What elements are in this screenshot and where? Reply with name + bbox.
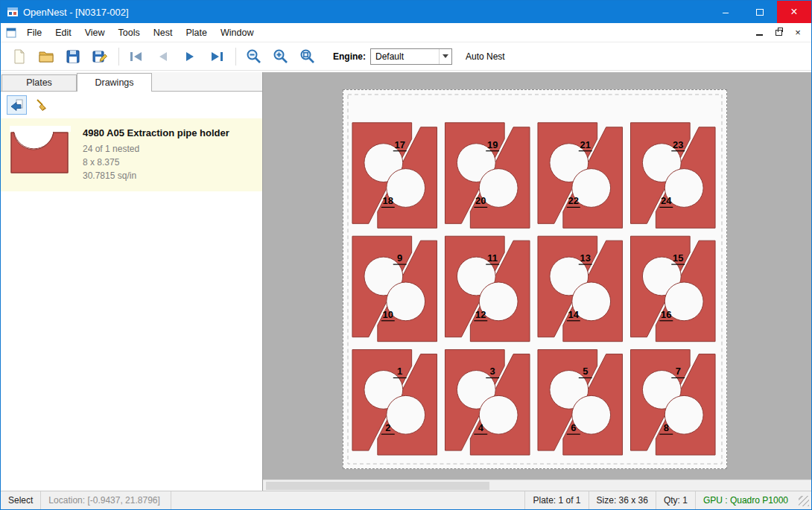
drawing-dimensions: 8 x 8.375	[83, 156, 229, 169]
zoom-in-icon	[273, 48, 288, 64]
save-button[interactable]	[62, 45, 84, 68]
nested-pair[interactable]: 78	[630, 350, 715, 455]
part-number: 6	[571, 422, 576, 433]
menu-view[interactable]: View	[78, 23, 112, 42]
toolbar-separator	[118, 48, 119, 66]
drawing-area: 30.7815 sq/in	[83, 169, 229, 182]
pipe-notch	[387, 395, 425, 434]
part-number: 17	[395, 139, 405, 150]
part-number: 9	[397, 252, 402, 264]
first-plate-button[interactable]	[125, 45, 148, 68]
nested-pair[interactable]: 2122	[538, 123, 623, 228]
nested-pair[interactable]: 34	[445, 350, 530, 455]
part-number: 7	[676, 366, 681, 377]
tab-drawings[interactable]: Drawings	[77, 73, 152, 92]
part-number: 13	[580, 252, 591, 264]
child-close-button[interactable]: ×	[789, 25, 807, 40]
pipe-notch	[572, 395, 611, 434]
open-button[interactable]	[35, 45, 57, 68]
menu-tools[interactable]: Tools	[112, 23, 147, 42]
app-icon	[7, 6, 19, 18]
resize-grip[interactable]	[799, 496, 809, 506]
auto-nest-label[interactable]: Auto Nest	[466, 51, 505, 62]
engine-dropdown-button[interactable]	[439, 49, 451, 64]
nested-pair[interactable]: 1718	[352, 123, 437, 228]
menubar: File Edit View Tools Nest Plate Window ×	[1, 23, 811, 42]
part-number: 20	[475, 195, 486, 206]
window-maximize-button[interactable]	[743, 1, 777, 23]
blue-arrow-icon	[10, 98, 24, 112]
zoom-out-button[interactable]	[242, 45, 264, 68]
menu-edit[interactable]: Edit	[48, 23, 78, 42]
part-number: 23	[673, 139, 683, 150]
part-number: 19	[487, 139, 498, 150]
drawings-toolbar	[1, 92, 262, 118]
new-document-icon	[11, 48, 28, 65]
minimize-icon	[756, 34, 763, 36]
gpu-status: GPU : Quadro P1000	[695, 491, 796, 509]
previous-arrow-icon	[156, 51, 170, 62]
plate[interactable]: 171819202122232491011121314151612345678	[343, 89, 727, 469]
nested-pair[interactable]: 2324	[630, 123, 715, 228]
zoom-in-button[interactable]	[269, 45, 291, 68]
new-button[interactable]	[8, 45, 31, 68]
part-number: 11	[487, 252, 498, 264]
nested-pair[interactable]: 1516	[630, 236, 715, 341]
drawing-title: 4980 A05 Extraction pipe holder	[83, 127, 229, 138]
nested-pair[interactable]: 12	[352, 350, 437, 455]
menu-file[interactable]: File	[20, 23, 48, 42]
last-plate-button[interactable]	[206, 45, 228, 68]
part-number: 21	[580, 139, 591, 150]
scrollbar-thumb[interactable]	[266, 482, 489, 490]
part-number: 1	[397, 366, 402, 377]
part-number: 14	[568, 309, 580, 320]
nested-pair[interactable]: 1112	[445, 236, 530, 341]
part-number: 3	[490, 366, 495, 377]
part-number: 2	[385, 422, 390, 433]
maximize-icon	[756, 9, 764, 16]
zoom-fit-button[interactable]	[296, 45, 318, 68]
save-icon	[65, 48, 81, 65]
restore-icon	[775, 30, 782, 36]
plate-qty: Qty: 1	[656, 491, 695, 509]
menu-window[interactable]: Window	[214, 23, 260, 42]
send-to-nest-button[interactable]	[7, 95, 27, 115]
nested-pair[interactable]: 1920	[445, 123, 530, 228]
part-number: 5	[583, 366, 588, 377]
menu-plate[interactable]: Plate	[179, 23, 214, 42]
window-minimize-button[interactable]: –	[708, 1, 743, 23]
previous-plate-button[interactable]	[152, 45, 174, 68]
last-arrow-icon	[210, 51, 223, 62]
nested-pair[interactable]: 910	[352, 236, 437, 341]
pipe-notch	[479, 395, 518, 434]
next-arrow-icon	[183, 51, 197, 62]
part-number: 4	[478, 422, 484, 433]
menu-nest[interactable]: Nest	[147, 23, 180, 42]
titlebar[interactable]: OpenNest - [N0317-002] – ×	[1, 1, 811, 23]
first-arrow-icon	[130, 51, 143, 62]
nested-pair[interactable]: 1314	[538, 236, 623, 341]
nest-canvas[interactable]: 171819202122232491011121314151612345678	[263, 72, 811, 491]
part-number: 15	[673, 252, 683, 264]
engine-label: Engine:	[333, 51, 366, 62]
tab-plates[interactable]: Plates	[1, 74, 77, 91]
child-restore-button[interactable]	[770, 25, 787, 40]
part-thumbnail	[10, 126, 71, 175]
drawing-list-empty-area	[1, 191, 262, 491]
part-number: 8	[664, 422, 669, 433]
save-as-button[interactable]	[89, 45, 111, 68]
plate-size: Size: 36 x 36	[589, 491, 656, 509]
horizontal-scrollbar[interactable]	[263, 479, 811, 491]
next-plate-button[interactable]	[179, 45, 201, 68]
window-close-button[interactable]: ×	[777, 1, 811, 23]
clear-button[interactable]	[31, 95, 51, 115]
cursor-location: Location: [-0.9437, 21.8796]	[41, 491, 171, 509]
open-folder-icon	[38, 48, 54, 65]
plate-svg: 171819202122232491011121314151612345678	[343, 90, 726, 468]
nested-pair[interactable]: 56	[538, 350, 623, 455]
part-number: 12	[475, 309, 486, 320]
engine-select[interactable]: Default	[370, 48, 452, 65]
save-as-icon	[92, 48, 108, 65]
child-minimize-button[interactable]	[750, 25, 768, 40]
drawing-list-item[interactable]: 4980 A05 Extraction pipe holder 24 of 1 …	[1, 118, 262, 191]
